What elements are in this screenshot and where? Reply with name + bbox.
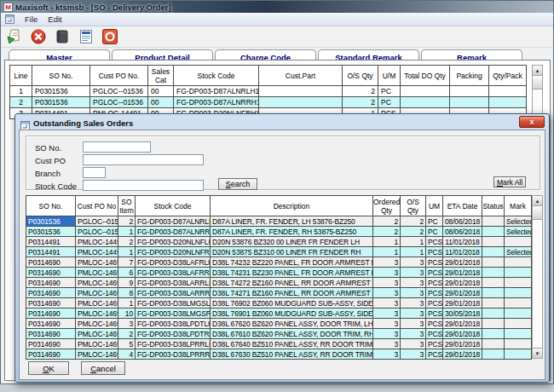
table-cell: PGLOC--01536 bbox=[76, 227, 118, 237]
table-cell bbox=[482, 308, 505, 319]
column-header: ETA Date bbox=[443, 196, 482, 216]
table-cell: FG-DP003-D38LAFRLH3 bbox=[136, 257, 211, 268]
table-cell: 29/01/2018 bbox=[443, 319, 482, 329]
table-cell: PCS bbox=[426, 339, 443, 349]
delete-icon[interactable] bbox=[30, 28, 47, 45]
close-icon[interactable]: x bbox=[519, 116, 545, 128]
table-row[interactable]: P0314690PMLOC-146904FG-DP003-D38LPRRRH1D… bbox=[26, 349, 532, 360]
table-cell: 29/01/2018 bbox=[443, 329, 482, 339]
dialog-client: SO No. Cust PO Branch Stock Code Search … bbox=[19, 130, 545, 380]
table-cell: PC bbox=[378, 97, 401, 108]
table-cell bbox=[259, 97, 343, 108]
table-cell: PMLOC-14690 bbox=[76, 339, 118, 349]
table-cell: D38L 67640 BZ510 PANEL ASSY, RR DOOR TRI… bbox=[211, 339, 373, 349]
table-cell: PCS bbox=[426, 349, 443, 360]
table-cell bbox=[482, 278, 505, 288]
table-cell: 2 bbox=[118, 329, 136, 339]
exit-icon[interactable] bbox=[101, 28, 118, 45]
post-document-icon[interactable] bbox=[6, 28, 23, 45]
table-cell: P0301536 bbox=[32, 97, 90, 108]
scroll-up-icon[interactable]: ▲ bbox=[533, 66, 542, 76]
table-cell: FG-DP003-D20NLNFLHX bbox=[136, 237, 211, 247]
table-cell: FG-DP003-D38LPRRRH1 bbox=[136, 349, 211, 360]
column-header: O/S Qty bbox=[401, 196, 426, 216]
report-icon[interactable] bbox=[78, 28, 95, 45]
table-cell bbox=[482, 319, 505, 329]
table-cell: D38L 74272 BZ160 PANEL, RR DOOR ARMREST … bbox=[211, 278, 373, 288]
table-cell: D20N 53876 BZ320 00 LINER FR FENDER LH bbox=[211, 237, 373, 247]
table-cell: FG-DP003-D38LPDTLH1 bbox=[136, 319, 211, 329]
table-cell: 5 bbox=[118, 339, 136, 349]
menu-file[interactable]: File bbox=[25, 14, 38, 24]
column-header: Mark bbox=[505, 196, 532, 216]
table-cell: 2 bbox=[10, 97, 32, 108]
table-row[interactable]: 1P0301536PGLOC--0153600FG-DP003-D87ALNRL… bbox=[10, 86, 527, 97]
table-cell: P0314491 bbox=[26, 237, 76, 247]
dialog-titlebar: Outstanding Sales Orders x bbox=[19, 116, 545, 130]
table-cell bbox=[505, 268, 532, 278]
table-cell: 2 bbox=[401, 227, 426, 237]
column-header: Qty/Pack bbox=[489, 66, 527, 86]
cust-po-input[interactable] bbox=[83, 154, 204, 165]
table-cell: 3 bbox=[401, 278, 426, 288]
table-cell bbox=[482, 349, 505, 360]
table-row[interactable]: P0314491PMLOC-144911FG-DP003-D20NLNFRHXD… bbox=[26, 247, 532, 257]
mark-all-button[interactable]: Mark All bbox=[493, 176, 526, 187]
scroll-up-icon[interactable]: ▲ bbox=[533, 196, 542, 206]
dialog-table-scrollbar[interactable]: ▲ ▼ bbox=[532, 195, 543, 359]
table-cell: PC bbox=[426, 227, 443, 237]
table-cell bbox=[482, 329, 505, 339]
table-cell bbox=[505, 319, 532, 329]
column-header: SO No. bbox=[32, 66, 90, 86]
table-cell: 00 bbox=[148, 86, 174, 97]
app-icon: M bbox=[3, 3, 13, 12]
table-row[interactable]: P0314690PMLOC-1469010FG-DP003-D38LMGSRH1… bbox=[26, 308, 532, 319]
table-row[interactable]: P0314690PMLOC-146905FG-DP003-D38LPRRLH1D… bbox=[26, 339, 532, 349]
table-row[interactable]: P0314690PMLOC-146907FG-DP003-D38LAFRLH3D… bbox=[26, 257, 532, 268]
table-cell: PMLOC-14690 bbox=[76, 268, 118, 278]
so-no-input[interactable] bbox=[83, 141, 151, 153]
main-table-scrollbar[interactable]: ▲ bbox=[532, 65, 543, 118]
column-header: Ordered Qty bbox=[373, 196, 401, 216]
table-cell: Selected bbox=[505, 247, 532, 257]
table-cell: 3 bbox=[373, 268, 401, 278]
branch-input[interactable] bbox=[83, 167, 106, 178]
table-cell: 29/01/2018 bbox=[443, 268, 482, 278]
child-window-icon[interactable] bbox=[5, 14, 14, 24]
table-cell: FG-DP003-D38LAFRRH3 bbox=[136, 268, 211, 278]
dialog-title: Outstanding Sales Orders bbox=[33, 118, 133, 128]
window-title: Maxisoft - ktsmsb - [SO - Delivery Order… bbox=[15, 3, 171, 12]
scroll-down-icon[interactable]: ▼ bbox=[533, 348, 542, 358]
table-row[interactable]: P0301536PGLOC--015362FG-DP003-D87ALNRLH1… bbox=[26, 216, 532, 227]
ok-button[interactable]: OK bbox=[28, 361, 69, 375]
table-cell: 08/06/2018 bbox=[443, 227, 482, 237]
table-row[interactable]: P0314491PMLOC-144912FG-DP003-D20NLNFLHXD… bbox=[26, 237, 532, 247]
table-cell: PMLOC-14491 bbox=[76, 237, 118, 247]
search-group: SO No. Cust PO Branch Stock Code Search … bbox=[26, 135, 540, 190]
table-row[interactable]: P0314690PMLOC-146902FG-DP003-D38LPDTRH1D… bbox=[26, 329, 532, 339]
table-row[interactable]: 2P0301536PGLOC--0153600FG-DP003-D87ALNRR… bbox=[10, 97, 527, 108]
table-cell: P0314690 bbox=[26, 278, 76, 288]
scroll-thumb[interactable] bbox=[533, 76, 542, 89]
column-header: Cust PO No bbox=[76, 196, 118, 216]
table-row[interactable]: P0301536PGLOC--015361FG-DP003-D87ALNRRH1… bbox=[26, 227, 532, 237]
table-cell: 1 bbox=[10, 86, 32, 97]
stock-code-input[interactable] bbox=[83, 180, 204, 191]
scroll-track[interactable] bbox=[533, 220, 542, 348]
table-cell: 1 bbox=[118, 227, 136, 237]
table-row[interactable]: P0314690PMLOC-146908FG-DP003-D38LARRRH3D… bbox=[26, 288, 532, 298]
sales-orders-table-body: P0301536PGLOC--015362FG-DP003-D87ALNRLH1… bbox=[26, 216, 532, 360]
table-cell: PGLOC--01536 bbox=[76, 216, 118, 227]
table-cell: 3 bbox=[373, 349, 401, 360]
cancel-button[interactable]: Cancel bbox=[81, 361, 125, 375]
table-row[interactable]: P0314690PMLOC-146909FG-DP003-D38LARRLH3D… bbox=[26, 278, 532, 288]
table-row[interactable]: P0314690PMLOC-146903FG-DP003-D38LPDTLH1D… bbox=[26, 319, 532, 329]
sales-orders-table-wrap: SO No.Cust PO NoSO ItemStock CodeDescrip… bbox=[26, 195, 544, 359]
scroll-thumb[interactable] bbox=[533, 206, 542, 220]
table-cell: PC bbox=[426, 216, 443, 227]
menu-edit[interactable]: Edit bbox=[48, 14, 61, 24]
search-button[interactable]: Search bbox=[218, 178, 257, 190]
table-row[interactable]: P0314690PMLOC-146901FG-DP003-D38LMGSLH1D… bbox=[26, 298, 532, 308]
table-cell: PMLOC-14690 bbox=[76, 319, 118, 329]
table-row[interactable]: P0314690PMLOC-146906FG-DP003-D38LAFRRH3D… bbox=[26, 268, 532, 278]
